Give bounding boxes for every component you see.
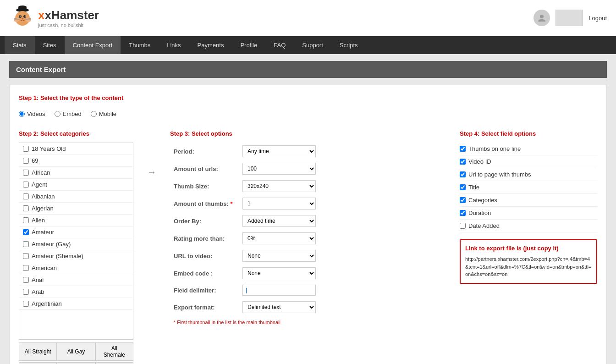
category-algerian[interactable]: Algerian [19, 203, 133, 215]
value-amount-urls[interactable]: 10 50 100 200 500 [239, 160, 451, 177]
value-amount-thumbs[interactable]: 1 2 3 4 5 [239, 195, 451, 212]
cat-checkbox-amateur[interactable] [23, 229, 29, 235]
category-69[interactable]: 69 [19, 155, 133, 167]
field-opt-categories[interactable]: Categories [460, 194, 597, 207]
value-url-to-video[interactable]: None Yes [239, 247, 451, 265]
svg-point-6 [19, 15, 22, 18]
export-link-title: Link to export file is (just copy it) [465, 245, 592, 252]
category-american[interactable]: American [19, 262, 133, 274]
cat-checkbox-amateur-shemale[interactable] [23, 253, 29, 259]
clear-all-button[interactable]: Clear All [57, 362, 95, 364]
value-delimiter[interactable] [239, 282, 451, 298]
radio-mobile-input[interactable] [91, 111, 97, 117]
nav-links[interactable]: Links [159, 36, 189, 54]
value-order-by[interactable]: Added time Rating Views [239, 212, 451, 230]
category-amateur[interactable]: Amateur [19, 226, 133, 238]
checkbox-thumbs-one-line[interactable] [460, 146, 466, 152]
label-amount-thumbs: Amount of thumbs: * [170, 195, 239, 212]
select-all-button[interactable]: Select All [19, 362, 57, 364]
cat-checkbox-arab[interactable] [23, 289, 29, 295]
category-arab[interactable]: Arab [19, 286, 133, 298]
checkbox-title[interactable] [460, 184, 466, 190]
step3-section: Step 3: Select options Period: Any time … [170, 130, 451, 329]
nav-scripts[interactable]: Scripts [331, 36, 366, 54]
cat-checkbox-amateur-gay[interactable] [23, 241, 29, 247]
select-embed-code[interactable]: None Yes [242, 267, 316, 279]
field-opt-url-page[interactable]: Url to page with thumbs [460, 168, 597, 181]
step2-section: Step 2: Select categories 18 Years Old 6… [19, 130, 133, 364]
svg-point-10 [22, 18, 23, 20]
field-opt-thumbs-one-line[interactable]: Thumbs on one line [460, 143, 597, 155]
radio-embed-input[interactable] [55, 111, 60, 117]
step3-title: Step 3: Select options [170, 130, 451, 137]
select-period[interactable]: Any time Today This week This month [242, 145, 316, 157]
radio-videos-input[interactable] [19, 111, 25, 117]
nav-thumbs[interactable]: Thumbs [121, 36, 159, 54]
field-amount-urls: Amount of urls: 10 50 100 200 500 [170, 160, 451, 177]
radio-mobile[interactable]: Mobile [91, 110, 116, 117]
checkbox-url-page[interactable] [460, 171, 466, 177]
category-african[interactable]: African [19, 167, 133, 179]
select-order-by[interactable]: Added time Rating Views [242, 215, 316, 227]
select-url-to-video[interactable]: None Yes [242, 250, 316, 262]
nav-payments[interactable]: Payments [189, 36, 232, 54]
radio-videos[interactable]: Videos [19, 110, 45, 117]
select-export-format[interactable]: Delimited text XML JSON [242, 301, 316, 313]
cat-checkbox-argentinian[interactable] [23, 301, 29, 307]
field-opt-duration[interactable]: Duration [460, 207, 597, 220]
nav-content-export[interactable]: Content Export [65, 36, 121, 54]
select-rating[interactable]: 0% 25% 50% 75% [242, 232, 316, 244]
category-amateur-gay[interactable]: Amateur (Gay) [19, 238, 133, 250]
logout-button[interactable]: Logout [588, 15, 607, 22]
export-link-url[interactable]: http://partners.xhamster.com/2export.php… [465, 255, 592, 278]
nav-stats[interactable]: Stats [5, 36, 35, 54]
select-amount-urls[interactable]: 10 50 100 200 500 [242, 163, 316, 175]
categories-list[interactable]: 18 Years Old 69 African Agent Albanian A… [19, 143, 133, 340]
cat-checkbox-69[interactable] [23, 158, 29, 164]
nav-profile[interactable]: Profile [232, 36, 265, 54]
cat-checkbox-algerian[interactable] [23, 205, 29, 211]
value-embed-code[interactable]: None Yes [239, 265, 451, 282]
category-amateur-shemale[interactable]: Amateur (Shemale) [19, 250, 133, 262]
select-amount-thumbs[interactable]: 1 2 3 4 5 [242, 198, 316, 210]
nav-faq[interactable]: FAQ [265, 36, 294, 54]
cat-checkbox-agent[interactable] [23, 182, 29, 188]
field-order-by: Order By: Added time Rating Views [170, 212, 451, 230]
category-anal[interactable]: Anal [19, 274, 133, 286]
value-thumb-size[interactable]: 160x120 320x240 640x480 [239, 177, 451, 195]
value-export-format[interactable]: Delimited text XML JSON [239, 298, 451, 316]
cat-checkbox-anal[interactable] [23, 277, 29, 283]
cat-checkbox-18years[interactable] [23, 146, 29, 152]
field-opt-date-added[interactable]: Date Added [460, 220, 597, 232]
field-opt-title[interactable]: Title [460, 181, 597, 194]
cat-checkbox-alien[interactable] [23, 217, 29, 223]
step2-to-step3-arrow: → [143, 130, 161, 177]
cat-checkbox-albanian[interactable] [23, 193, 29, 199]
category-agent[interactable]: Agent [19, 179, 133, 191]
category-albanian[interactable]: Albanian [19, 191, 133, 203]
value-rating[interactable]: 0% 25% 50% 75% [239, 230, 451, 247]
input-delimiter[interactable] [242, 285, 316, 296]
checkbox-video-id[interactable] [460, 159, 466, 165]
label-embed-code: Embed code : [170, 265, 239, 282]
all-gay-button[interactable]: All Gay [57, 342, 95, 361]
category-argentinian[interactable]: Argentinian [19, 298, 133, 310]
label-url-page: Url to page with thumbs [468, 171, 531, 178]
radio-embed[interactable]: Embed [55, 110, 82, 117]
checkbox-duration[interactable] [460, 210, 466, 216]
thumb-note: * First thumbnail in the list is the mai… [170, 316, 451, 329]
cat-checkbox-american[interactable] [23, 265, 29, 271]
cat-checkbox-african[interactable] [23, 170, 29, 176]
category-18years[interactable]: 18 Years Old [19, 143, 133, 155]
checkbox-categories[interactable] [460, 197, 466, 203]
all-straight-button[interactable]: All Straight [19, 342, 57, 361]
select-thumb-size[interactable]: 160x120 320x240 640x480 [242, 180, 316, 192]
inverse-button[interactable]: Inverse [95, 362, 133, 364]
checkbox-date-added[interactable] [460, 223, 466, 229]
field-opt-video-id[interactable]: Video ID [460, 155, 597, 168]
category-alien[interactable]: Alien [19, 215, 133, 226]
nav-sites[interactable]: Sites [35, 36, 65, 54]
all-shemale-button[interactable]: All Shemale [95, 342, 133, 361]
value-period[interactable]: Any time Today This week This month [239, 143, 451, 160]
nav-support[interactable]: Support [294, 36, 331, 54]
